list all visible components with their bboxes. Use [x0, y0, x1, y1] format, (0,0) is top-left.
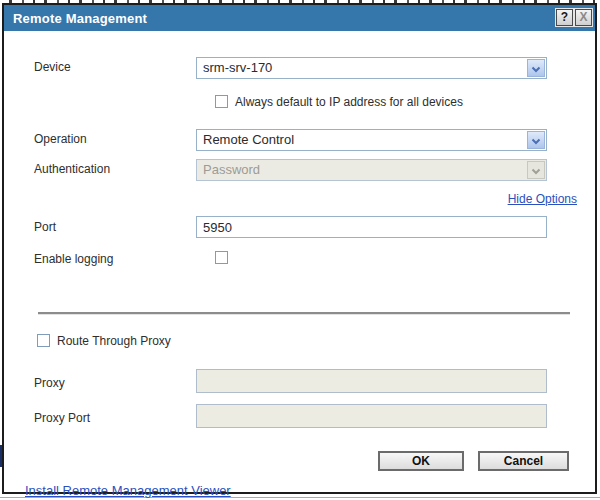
proxy-input [196, 369, 547, 393]
titlebar-buttons: ? X [554, 9, 592, 26]
operation-label: Operation [34, 132, 87, 146]
screen: Remote Management ? X Device srm-srv-170… [0, 0, 600, 500]
dialog-body: Device srm-srv-170 Always default to IP … [4, 31, 595, 492]
device-dropdown[interactable]: srm-srv-170 [196, 57, 547, 79]
enable-logging-checkbox[interactable] [215, 251, 228, 264]
chevron-down-icon [531, 161, 541, 179]
authentication-label: Authentication [34, 162, 110, 176]
ok-button[interactable]: OK [378, 451, 464, 471]
dialog-title: Remote Management [4, 11, 147, 26]
operation-dropdown-value: Remote Control [203, 130, 524, 150]
help-button[interactable]: ? [556, 9, 573, 26]
section-divider [38, 312, 570, 315]
device-dropdown-value: srm-srv-170 [203, 58, 524, 78]
remote-management-dialog: Remote Management ? X Device srm-srv-170… [2, 3, 597, 494]
proxy-port-label: Proxy Port [34, 411, 90, 425]
dialog-titlebar: Remote Management ? X [4, 5, 595, 31]
always-default-label[interactable]: Always default to IP address for all dev… [235, 95, 463, 109]
device-label: Device [34, 60, 71, 74]
operation-dropdown-button[interactable] [527, 131, 545, 149]
close-button[interactable]: X [575, 9, 592, 26]
authentication-dropdown-value: Password [203, 160, 524, 180]
chevron-down-icon [531, 131, 541, 149]
authentication-dropdown-button [527, 161, 545, 179]
chevron-down-icon [531, 59, 541, 77]
route-through-proxy-label[interactable]: Route Through Proxy [57, 334, 171, 348]
install-viewer-link[interactable]: Install Remote Management Viewer [25, 483, 231, 498]
always-default-checkbox[interactable] [215, 95, 228, 108]
authentication-dropdown: Password [196, 159, 547, 181]
proxy-port-input [196, 404, 547, 428]
operation-dropdown[interactable]: Remote Control [196, 129, 547, 151]
port-label: Port [34, 220, 56, 234]
enable-logging-label: Enable logging [34, 252, 113, 266]
cancel-button[interactable]: Cancel [478, 451, 569, 471]
route-through-proxy-checkbox[interactable] [37, 334, 50, 347]
proxy-label: Proxy [34, 376, 65, 390]
port-input[interactable] [196, 216, 547, 238]
hide-options-link[interactable]: Hide Options [508, 192, 577, 206]
device-dropdown-button[interactable] [527, 59, 545, 77]
